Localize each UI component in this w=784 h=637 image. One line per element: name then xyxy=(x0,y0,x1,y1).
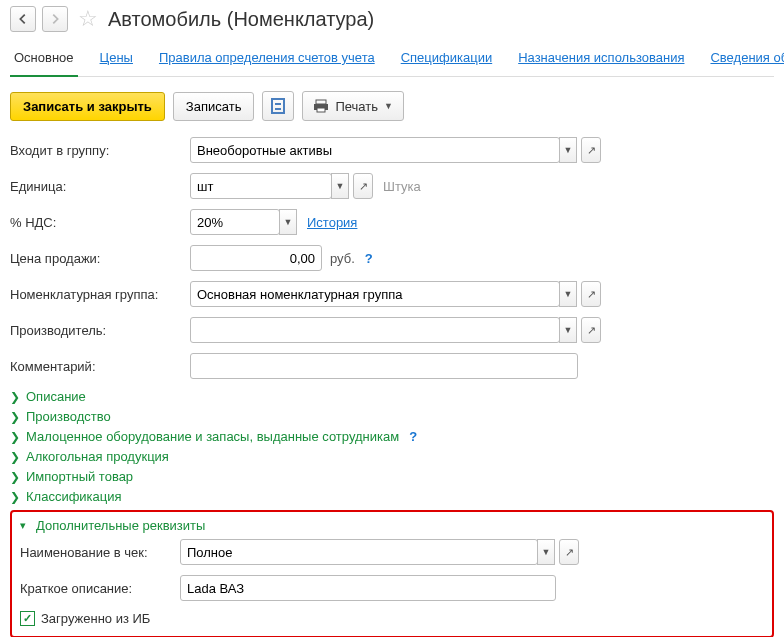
arrow-right-icon xyxy=(48,12,62,26)
print-button[interactable]: Печать ▼ xyxy=(302,91,404,121)
chevron-right-icon: ❯ xyxy=(10,490,20,504)
nomgroup-dropdown-button[interactable]: ▼ xyxy=(559,281,577,307)
vat-dropdown-button[interactable]: ▼ xyxy=(279,209,297,235)
nav-back-button[interactable] xyxy=(10,6,36,32)
save-button[interactable]: Записать xyxy=(173,92,255,121)
unit-open-button[interactable]: ↗ xyxy=(353,173,373,199)
unit-dropdown-button[interactable]: ▼ xyxy=(331,173,349,199)
check-name-input[interactable] xyxy=(180,539,538,565)
expander-production[interactable]: ❯ Производство xyxy=(10,409,774,424)
toolbar: Записать и закрыть Записать Печать ▼ xyxy=(10,91,774,121)
svg-rect-0 xyxy=(316,100,326,104)
price-help-icon[interactable]: ? xyxy=(365,251,373,266)
manufacturer-dropdown-button[interactable]: ▼ xyxy=(559,317,577,343)
nomgroup-input[interactable] xyxy=(190,281,560,307)
check-name-open-button[interactable]: ↗ xyxy=(559,539,579,565)
expander-label: Импортный товар xyxy=(26,469,133,484)
expander-label: Дополнительные реквизиты xyxy=(36,518,205,533)
group-input[interactable] xyxy=(190,137,560,163)
tab-prices[interactable]: Цены xyxy=(96,42,137,76)
tab-main[interactable]: Основное xyxy=(10,42,78,77)
group-label: Входит в группу: xyxy=(10,143,190,158)
expander-label: Производство xyxy=(26,409,111,424)
page-title: Автомобиль (Номенклатура) xyxy=(108,8,374,31)
chevron-down-icon: ▼ xyxy=(384,101,393,111)
price-label: Цена продажи: xyxy=(10,251,190,266)
expander-low-value[interactable]: ❯ Малоценное оборудование и запасы, выда… xyxy=(10,429,774,444)
vat-input[interactable] xyxy=(190,209,280,235)
loaded-checkbox[interactable]: ✓ xyxy=(20,611,35,626)
favorite-star-icon[interactable]: ☆ xyxy=(78,6,98,32)
chevron-right-icon: ❯ xyxy=(10,430,20,444)
expander-label: Описание xyxy=(26,389,86,404)
group-dropdown-button[interactable]: ▼ xyxy=(559,137,577,163)
list-icon xyxy=(271,98,285,114)
svg-rect-2 xyxy=(317,108,325,112)
price-currency: руб. xyxy=(330,251,355,266)
vat-history-link[interactable]: История xyxy=(307,215,357,230)
help-icon[interactable]: ? xyxy=(409,429,417,444)
vat-label: % НДС: xyxy=(10,215,190,230)
expander-description[interactable]: ❯ Описание xyxy=(10,389,774,404)
nomgroup-open-button[interactable]: ↗ xyxy=(581,281,601,307)
printer-icon xyxy=(313,98,329,114)
expander-label: Алкогольная продукция xyxy=(26,449,169,464)
chevron-right-icon: ❯ xyxy=(10,390,20,404)
expander-extra-attributes[interactable]: ▾ Дополнительные реквизиты xyxy=(20,518,764,533)
expander-classification[interactable]: ❯ Классификация xyxy=(10,489,774,504)
tab-specifications[interactable]: Спецификации xyxy=(397,42,497,76)
chevron-right-icon: ❯ xyxy=(10,470,20,484)
short-desc-input[interactable] xyxy=(180,575,556,601)
expander-label: Малоценное оборудование и запасы, выданн… xyxy=(26,429,399,444)
unit-label: Единица: xyxy=(10,179,190,194)
expander-import[interactable]: ❯ Импортный товар xyxy=(10,469,774,484)
loaded-label: Загруженно из ИБ xyxy=(41,611,150,626)
chevron-down-icon: ▾ xyxy=(20,519,26,532)
chevron-right-icon: ❯ xyxy=(10,450,20,464)
expander-label: Классификация xyxy=(26,489,122,504)
comment-input[interactable] xyxy=(190,353,578,379)
extra-attributes-section: ▾ Дополнительные реквизиты Наименование … xyxy=(10,510,774,637)
manufacturer-open-button[interactable]: ↗ xyxy=(581,317,601,343)
short-desc-label: Краткое описание: xyxy=(20,581,180,596)
chevron-right-icon: ❯ xyxy=(10,410,20,424)
save-and-close-button[interactable]: Записать и закрыть xyxy=(10,92,165,121)
tab-usage[interactable]: Назначения использования xyxy=(514,42,688,76)
tab-account-rules[interactable]: Правила определения счетов учета xyxy=(155,42,379,76)
group-open-button[interactable]: ↗ xyxy=(581,137,601,163)
check-name-label: Наименование в чек: xyxy=(20,545,180,560)
list-view-button[interactable] xyxy=(262,91,294,121)
tab-alcohol-info[interactable]: Сведения об алко xyxy=(706,42,784,76)
arrow-left-icon xyxy=(16,12,30,26)
comment-label: Комментарий: xyxy=(10,359,190,374)
unit-input[interactable] xyxy=(190,173,332,199)
manufacturer-input[interactable] xyxy=(190,317,560,343)
price-input[interactable] xyxy=(190,245,322,271)
nomgroup-label: Номенклатурная группа: xyxy=(10,287,190,302)
tabs: Основное Цены Правила определения счетов… xyxy=(10,42,774,77)
expander-alcohol[interactable]: ❯ Алкогольная продукция xyxy=(10,449,774,464)
check-name-dropdown-button[interactable]: ▼ xyxy=(537,539,555,565)
nav-forward-button[interactable] xyxy=(42,6,68,32)
unit-description: Штука xyxy=(383,179,421,194)
print-label: Печать xyxy=(335,99,378,114)
manufacturer-label: Производитель: xyxy=(10,323,190,338)
